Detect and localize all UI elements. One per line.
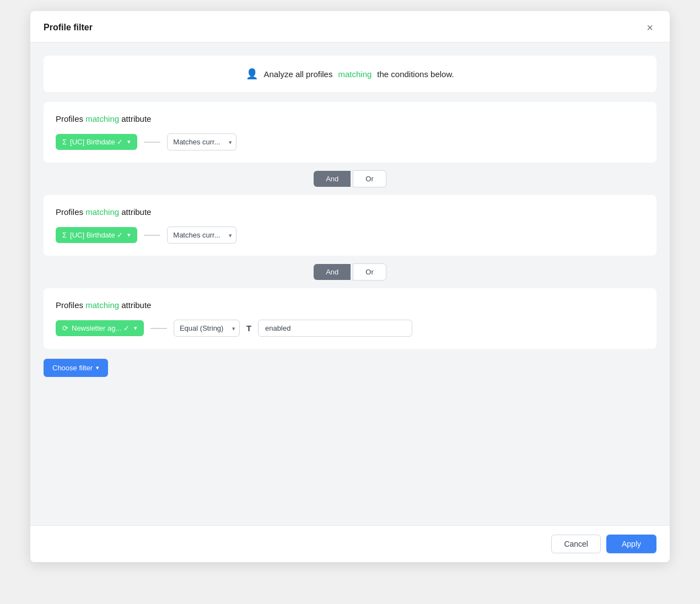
chevron-down-icon-3: ▾ xyxy=(134,325,137,332)
analyze-matching: matching xyxy=(338,69,371,79)
filter-row-2: Σ [UC] Birthdate ✓ ▾ Matches curr... xyxy=(56,227,644,244)
filter-1-matching: matching xyxy=(85,114,119,123)
and-or-row-1: And Or xyxy=(44,163,656,195)
condition-select-2[interactable]: Matches curr... xyxy=(167,227,236,244)
line-divider-1 xyxy=(144,142,160,143)
condition-select-1[interactable]: Matches curr... xyxy=(167,133,236,150)
or-button-1[interactable]: Or xyxy=(353,170,386,187)
filter-row-3: ⟳ Newsletter ag... ✓ ▾ Equal (String) T xyxy=(56,320,644,337)
apply-button[interactable]: Apply xyxy=(606,535,656,553)
condition-select-3[interactable]: Equal (String) xyxy=(174,320,240,337)
newsletter-icon: ⟳ xyxy=(62,324,68,332)
modal-footer: Cancel Apply xyxy=(30,525,670,562)
filter-2-matching: matching xyxy=(85,207,119,217)
close-button[interactable]: × xyxy=(643,21,656,34)
chevron-down-icon-1: ▾ xyxy=(127,138,131,145)
modal-body: 👤 Analyze all profiles matching the cond… xyxy=(30,42,670,525)
filter-3-matching: matching xyxy=(85,300,119,310)
line-divider-2 xyxy=(144,235,160,236)
or-button-2[interactable]: Or xyxy=(353,263,386,281)
profile-filter-modal: Profile filter × 👤 Analyze all profiles … xyxy=(30,11,670,562)
filter-2-label-before: Profiles xyxy=(56,207,83,217)
chevron-down-icon-2: ▾ xyxy=(127,231,131,239)
choose-filter-chevron-icon: ▾ xyxy=(96,364,99,371)
line-divider-3 xyxy=(150,328,167,329)
attribute-btn-3[interactable]: ⟳ Newsletter ag... ✓ ▾ xyxy=(56,320,144,336)
attribute-btn-1[interactable]: Σ [UC] Birthdate ✓ ▾ xyxy=(56,134,137,150)
analyze-text-before: Analyze all profiles xyxy=(263,69,332,79)
filter-3-label-after: attribute xyxy=(121,300,151,310)
attribute-btn-2[interactable]: Σ [UC] Birthdate ✓ ▾ xyxy=(56,227,137,243)
and-button-2[interactable]: And xyxy=(314,264,351,280)
and-or-row-2: And Or xyxy=(44,256,656,288)
attribute-label-2: [UC] Birthdate ✓ xyxy=(70,231,123,239)
analyze-text-after: the conditions below. xyxy=(377,69,454,79)
filter-1-label-after: attribute xyxy=(121,114,151,123)
text-type-icon: T xyxy=(246,323,251,333)
condition-select-wrapper-3: Equal (String) xyxy=(174,320,240,337)
sigma-icon-2: Σ xyxy=(62,231,67,239)
cancel-button[interactable]: Cancel xyxy=(551,535,601,553)
modal-title: Profile filter xyxy=(44,23,93,33)
filter-card-3-title: Profiles matching attribute xyxy=(56,300,644,310)
attribute-label-3: Newsletter ag... ✓ xyxy=(72,324,130,332)
filter-card-2-title: Profiles matching attribute xyxy=(56,207,644,217)
condition-select-wrapper-2: Matches curr... xyxy=(167,227,236,244)
condition-select-wrapper-1: Matches curr... xyxy=(167,133,236,150)
filter-card-1-title: Profiles matching attribute xyxy=(56,114,644,123)
attribute-label-1: [UC] Birthdate ✓ xyxy=(70,138,123,146)
and-button-1[interactable]: And xyxy=(314,171,351,187)
choose-filter-button[interactable]: Choose filter ▾ xyxy=(44,359,108,377)
modal-header: Profile filter × xyxy=(30,11,670,42)
filter-card-3: Profiles matching attribute ⟳ Newsletter… xyxy=(44,288,656,349)
value-input-3[interactable] xyxy=(258,320,412,337)
filter-1-label-before: Profiles xyxy=(56,114,83,123)
filter-card-2: Profiles matching attribute Σ [UC] Birth… xyxy=(44,195,656,256)
person-icon: 👤 xyxy=(246,68,258,80)
filter-2-label-after: attribute xyxy=(121,207,151,217)
choose-filter-label: Choose filter xyxy=(52,364,93,372)
analyze-banner: 👤 Analyze all profiles matching the cond… xyxy=(44,56,656,92)
filter-row-1: Σ [UC] Birthdate ✓ ▾ Matches curr... xyxy=(56,133,644,150)
filter-3-label-before: Profiles xyxy=(56,300,83,310)
filter-card-1: Profiles matching attribute Σ [UC] Birth… xyxy=(44,102,656,163)
sigma-icon-1: Σ xyxy=(62,138,67,146)
